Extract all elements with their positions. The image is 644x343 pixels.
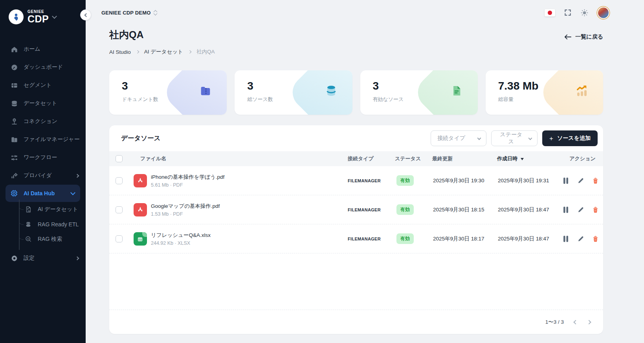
sidebar-item-settings[interactable]: 設定 — [0, 249, 86, 267]
workspace-name: GENIEE CDP DEMO — [101, 10, 151, 16]
sidebar-item-dataset[interactable]: データセット — [0, 94, 86, 112]
file-meta: 1.53 Mb · PDF — [151, 211, 220, 217]
capacity-icon — [574, 83, 590, 99]
rag-etl-robot-icon — [24, 220, 32, 228]
provider-icon — [10, 172, 18, 180]
stat-decoration — [286, 70, 352, 115]
stat-card-active-sources: 3 有効なソース — [360, 70, 478, 115]
status-filter[interactable]: ステータス — [491, 130, 538, 146]
table-row: リフレッシューQ&A.xlsx 244.92 Kb · XLSX FILEMAN… — [109, 224, 603, 253]
breadcrumb-ai-studio[interactable]: AI Studio — [109, 49, 131, 55]
stat-decoration — [411, 70, 478, 115]
dataset-icon — [10, 99, 18, 107]
datasource-header: データソース 接続タイプ ステータス + ソースを追加 — [109, 125, 603, 151]
last-updated: 2025年9月30日 19:30 — [428, 177, 493, 184]
workspace-logo[interactable]: GENIEE CDP — [0, 0, 86, 28]
next-page-button[interactable] — [587, 321, 591, 324]
sidebar-item-ai-dataset[interactable]: AI AI データセット — [0, 202, 86, 217]
sidebar-item-label: AI Data Hub — [24, 190, 66, 196]
svg-text:AI: AI — [28, 210, 30, 212]
fullscreen-icon[interactable] — [564, 9, 572, 17]
pause-button[interactable] — [561, 205, 570, 214]
avatar[interactable] — [597, 7, 609, 19]
row-checkbox[interactable] — [116, 177, 123, 184]
edit-button[interactable] — [576, 205, 585, 214]
edit-button[interactable] — [576, 235, 585, 243]
add-source-label: ソースを追加 — [557, 135, 591, 142]
delete-button[interactable] — [591, 176, 600, 185]
page-header: 社内QA 一覧に戻る — [86, 28, 644, 41]
add-source-button[interactable]: + ソースを追加 — [542, 130, 598, 146]
topbar-actions — [545, 7, 609, 19]
sidebar-item-workflow[interactable]: ワークフロー — [0, 149, 86, 167]
stat-card-documents: 3 ドキュメント数 — [109, 70, 227, 115]
ai-data-hub-subnav: AI AI データセット RAG Ready ETL AI RAG 検索 — [0, 202, 86, 247]
chevron-right-icon — [188, 50, 191, 53]
row-checkbox[interactable] — [116, 235, 123, 242]
sidebar-item-provider[interactable]: プロバイダ — [0, 167, 86, 185]
sidebar-item-label: ホーム — [24, 46, 79, 53]
sidebar-item-label: ファイルマネージャー — [24, 136, 80, 143]
last-updated: 2025年9月30日 18:15 — [428, 206, 493, 213]
workspace-selector[interactable]: GENIEE CDP DEMO — [101, 10, 157, 16]
breadcrumb-ai-dataset[interactable]: AI データセット — [144, 48, 183, 55]
connection-icon — [10, 117, 18, 125]
chevron-down-icon — [528, 136, 532, 140]
documents-icon — [198, 83, 213, 99]
sidebar-item-rag-search[interactable]: AI RAG 検索 — [0, 232, 86, 247]
chevron-down-icon — [477, 136, 481, 140]
sidebar-item-rag-ready-etl[interactable]: RAG Ready ETL — [0, 217, 86, 232]
sidebar-item-label: プロバイダ — [24, 172, 70, 179]
pause-button[interactable] — [561, 235, 570, 243]
chevron-right-icon — [136, 50, 139, 53]
sidebar-item-label: RAG Ready ETL — [38, 221, 79, 227]
edit-button[interactable] — [576, 176, 585, 185]
chevron-down-icon — [70, 190, 75, 195]
file-name: iPhoneの基本操作を学ぼう.pdf — [151, 174, 224, 181]
logo-brand-main: CDP — [28, 14, 49, 24]
sidebar-item-connection[interactable]: コネクション — [0, 112, 86, 130]
connection-type-filter[interactable]: 接続タイプ — [431, 130, 486, 146]
brightness-icon[interactable] — [580, 9, 589, 17]
filter-label: 接続タイプ — [437, 135, 465, 142]
select-all-checkbox[interactable] — [116, 155, 123, 162]
created-at: 2025年9月30日 18:47 — [493, 206, 558, 213]
back-to-list-link[interactable]: 一覧に戻る — [564, 33, 603, 40]
sidebar-item-filemanager[interactable]: ファイルマネージャー — [0, 130, 86, 149]
sidebar-collapse-button[interactable] — [80, 9, 91, 20]
table-header: ファイル名 接続タイプ ステータス 最終更新 作成日時 アクション — [109, 151, 603, 166]
sidebar-item-segment[interactable]: セグメント — [0, 76, 86, 94]
stat-decoration — [160, 70, 227, 115]
dashboard-icon — [10, 63, 18, 71]
japan-flag-icon[interactable] — [545, 9, 555, 17]
column-connection-type: 接続タイプ — [344, 155, 391, 162]
pdf-file-icon — [134, 174, 147, 187]
delete-button[interactable] — [591, 235, 600, 243]
breadcrumb: AI Studio AI データセット 社内QA — [109, 48, 644, 55]
ai-dataset-icon: AI — [24, 205, 32, 213]
pagination-range: 1〜3 / 3 — [545, 319, 564, 326]
stat-decoration — [536, 70, 603, 115]
sidebar-item-label: RAG 検索 — [38, 236, 62, 243]
row-checkbox[interactable] — [116, 206, 123, 213]
svg-text:AI: AI — [27, 238, 29, 240]
created-at: 2025年9月30日 19:31 — [493, 177, 558, 184]
workflow-icon — [10, 154, 18, 161]
created-at: 2025年9月30日 18:47 — [493, 235, 558, 242]
settings-gear-icon — [10, 254, 18, 262]
table-row: Googleマップの基本操作.pdf 1.53 Mb · PDF FILEMAN… — [109, 195, 603, 224]
pause-button[interactable] — [561, 176, 570, 185]
prev-page-button[interactable] — [574, 321, 577, 324]
datasource-title: データソース — [121, 134, 161, 143]
sidebar-item-dashboard[interactable]: ダッシュボード — [0, 58, 86, 76]
back-link-label: 一覧に戻る — [575, 33, 603, 40]
connection-type: FILEMANAGER — [344, 237, 391, 241]
sidebar-item-ai-data-hub[interactable]: AI Data Hub — [6, 185, 80, 202]
column-created-at[interactable]: 作成日時 — [493, 155, 558, 162]
connection-type: FILEMANAGER — [344, 207, 391, 212]
sidebar-item-label: ダッシュボード — [24, 64, 79, 71]
chevron-right-icon — [75, 256, 79, 260]
delete-button[interactable] — [591, 205, 600, 214]
sidebar-item-home[interactable]: ホーム — [0, 40, 86, 58]
sort-desc-icon — [521, 158, 524, 160]
